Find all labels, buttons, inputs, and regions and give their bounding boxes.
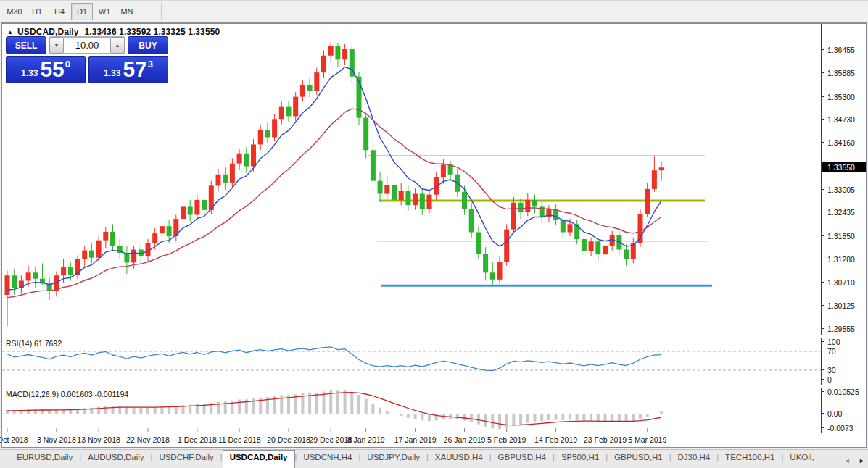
date-axis-label: 22 Nov 2018 (126, 435, 170, 444)
chart-tab-gbpusd-h1[interactable]: GBPUSD,H1 (608, 450, 669, 468)
buy-price-box[interactable]: 1.33573 (88, 56, 168, 83)
timeframe-button-w1[interactable]: W1 (94, 3, 115, 20)
price-axis-label: 1.30125 (822, 301, 866, 310)
sell-price-box[interactable]: 1.33550 (6, 56, 86, 83)
date-axis-label: 17 Jan 2019 (394, 435, 437, 444)
date-axis-label: 14 Feb 2019 (534, 435, 577, 444)
tab-scroll-controls: ◄ ► (839, 450, 865, 468)
price-axis-label: 1.31280 (822, 255, 866, 264)
rsi-axis-label: 30 (822, 366, 866, 375)
date-axis-label: 1 Dec 2018 (178, 435, 217, 444)
sell-price-sup: 0 (65, 59, 70, 70)
timeframe-button-h4[interactable]: H4 (49, 3, 70, 20)
date-axis-label: 3 Nov 2018 (37, 435, 76, 444)
chart-tabs: EURUSD,Daily|AUDUSD,Daily|USDCHF,Daily|U… (0, 450, 843, 468)
chart-title: ▲USDCAD,Daily1.33436 1.33592 1.33325 1.3… (7, 27, 220, 37)
volume-increase-icon[interactable]: ▲ (110, 37, 125, 54)
tab-scroll-right-icon[interactable]: ► (859, 457, 865, 464)
chart-tab-tech100-h1[interactable]: TECH100,H1 (719, 450, 781, 468)
metatrader-screen: M30H1H4D1W1MN ▲USDCAD,Daily1.33436 1.335… (0, 0, 868, 468)
date-axis-label: 8 Jan 2019 (347, 435, 385, 444)
buy-price-sup: 3 (148, 59, 153, 70)
macd-axis-label: 0.00 (822, 409, 866, 418)
sell-button[interactable]: SELL (6, 36, 46, 54)
date-axis-label: 11 Dec 2018 (218, 435, 261, 444)
chart-tab-eurusd-daily[interactable]: EURUSD,Daily (10, 450, 79, 468)
rsi-indicator-label: RSI(14) 61.7692 (6, 339, 62, 348)
price-axis-label: 1.35885 (822, 69, 866, 78)
chart-tab-gbpusd-h4[interactable]: GBPUSD,H4 (492, 450, 553, 468)
macd-axis-label: 0.010525 (822, 388, 866, 396)
current-price-tag: 1.33550 (822, 162, 867, 172)
date-axis-label: 25 Oct 2018 (0, 435, 28, 444)
date-axis-label: 5 Feb 2019 (487, 435, 526, 444)
volume-input[interactable] (64, 37, 110, 54)
price-axis-label: 1.36455 (822, 46, 866, 54)
date-axis-label: 29 Dec 2018 (309, 435, 352, 444)
buy-price-prefix: 1.33 (104, 68, 120, 78)
date-axis-label: 20 Dec 2018 (267, 435, 310, 444)
price-axis-label: 1.34730 (822, 115, 866, 124)
macd-splitter[interactable] (2, 385, 866, 388)
macd-axis-label: -0.0073 (822, 424, 866, 433)
buy-price-big: 57 (123, 57, 146, 82)
chart-ohlc-values: 1.33436 1.33592 1.33325 1.33550 (85, 27, 220, 37)
chart-tab-bar: EURUSD,Daily|AUDUSD,Daily|USDCHF,Daily|U… (0, 449, 868, 468)
price-axis-label: 1.35300 (822, 93, 866, 101)
price-axis-label: 1.30710 (822, 278, 866, 287)
date-axis-label: 5 Mar 2019 (628, 435, 666, 444)
rsi-axis-label: 0 (822, 375, 866, 384)
one-click-trading-panel: SELL ▼ ▲ BUY 1.33550 1.33573 (6, 36, 168, 83)
price-axis[interactable]: 1.364551.358851.353001.347301.341601.330… (822, 24, 866, 433)
buy-button[interactable]: BUY (128, 36, 168, 54)
timeframe-button-mn[interactable]: MN (116, 3, 138, 20)
timeframe-toolbar: M30H1H4D1W1MN (0, 0, 868, 22)
chart-tab-xauusd-h4[interactable]: XAUUSD,H4 (429, 450, 489, 468)
date-axis-label: 23 Feb 2019 (584, 435, 627, 444)
timeframe-button-h1[interactable]: H1 (26, 3, 48, 20)
timeframe-button-m30[interactable]: M30 (4, 3, 25, 20)
price-axis-label: 1.34160 (822, 138, 866, 147)
tab-scroll-left-icon[interactable]: ◄ (844, 457, 851, 464)
price-axis-label: 1.33005 (822, 185, 866, 194)
chart-tab-usdcad-daily[interactable]: USDCAD,Daily (223, 450, 295, 468)
macd-indicator-label: MACD(12,26,9) 0.001603 -0.001194 (6, 390, 128, 398)
sell-price-prefix: 1.33 (21, 68, 38, 78)
volume-decrease-icon[interactable]: ▼ (49, 37, 64, 54)
toolbar-separator (161, 3, 162, 20)
collapse-panel-icon[interactable]: ▲ (7, 29, 13, 35)
volume-stepper: ▼ ▲ (49, 36, 125, 54)
sell-price-big: 55 (40, 57, 64, 82)
price-axis-label: 1.31850 (822, 232, 866, 241)
price-axis-label: 1.29555 (822, 325, 866, 333)
rsi-axis-label: 70 (822, 347, 866, 356)
chart-tab-dj30-h4[interactable]: DJ30,H4 (671, 450, 717, 468)
date-axis-label: 13 Nov 2018 (77, 435, 120, 444)
chart-tab-usdjpy-daily[interactable]: USDJPY,Daily (360, 450, 426, 468)
chart-tab-audusd-daily[interactable]: AUDUSD,Daily (81, 450, 150, 468)
chart-tab-usdchf-daily[interactable]: USDCHF,Daily (152, 450, 220, 468)
chart-symbol-period: USDCAD,Daily (17, 27, 79, 37)
chart-tab-sp500-h1[interactable]: SP500,H1 (555, 450, 605, 468)
timeframe-button-d1[interactable]: D1 (71, 3, 93, 20)
chart-tab-usdcnh-h4[interactable]: USDCNH,H4 (297, 450, 358, 468)
rsi-splitter[interactable] (2, 335, 866, 338)
date-axis-label: 26 Jan 2019 (444, 435, 486, 444)
chart-tab-ukoil[interactable]: UKOil, (783, 450, 820, 468)
time-axis[interactable]: 25 Oct 20183 Nov 201813 Nov 201822 Nov 2… (2, 433, 821, 447)
rsi-axis-label: 100 (822, 338, 866, 346)
price-axis-label: 1.32435 (822, 208, 866, 217)
